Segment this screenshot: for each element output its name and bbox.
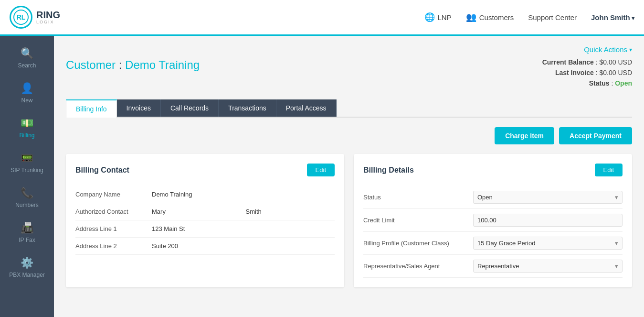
user-name[interactable]: John Smith	[591, 13, 634, 22]
tab-portal-access[interactable]: Portal Access	[276, 99, 337, 117]
address1-label: Address Line 1	[75, 225, 147, 232]
sidebar-item-label: Numbers	[15, 202, 39, 208]
support-label: Support Center	[528, 13, 577, 22]
current-balance-label: Current Balance	[542, 58, 594, 66]
customer-title-area: Customer : Demo Training	[66, 58, 200, 72]
top-nav: RL RING LOGIX 🌐 LNP 👥 Customers Support …	[0, 0, 644, 36]
credit-limit-label: Credit Limit	[363, 217, 468, 224]
rep-agent-row: Representative/Sales Agent Representativ…	[363, 255, 623, 278]
numbers-icon: 📞	[21, 187, 33, 199]
logo-icon: RL	[10, 6, 32, 29]
billing-contact-header: Billing Contact Edit	[75, 164, 335, 176]
billing-details-title: Billing Details	[363, 166, 414, 175]
billing-contact-card: Billing Contact Edit Company Name Demo T…	[66, 154, 344, 287]
cards-row: Billing Contact Edit Company Name Demo T…	[66, 154, 632, 287]
rep-agent-label: Representative/Sales Agent	[363, 262, 468, 270]
sidebar-item-label: Search	[18, 62, 36, 69]
sidebar-item-label: PBX Manager	[9, 272, 45, 278]
credit-limit-input[interactable]: 100.00	[473, 214, 623, 227]
charge-item-button[interactable]: Charge Item	[495, 127, 554, 144]
customer-header: Customer : Demo Training Current Balance…	[66, 58, 632, 90]
fax-icon: 📠	[21, 222, 33, 234]
authorized-contact-last: Smith	[246, 208, 335, 215]
logo-text: RING	[36, 10, 60, 20]
search-icon: 🔍	[21, 47, 33, 60]
current-balance-row: Current Balance : $0.00 USD	[542, 58, 632, 66]
billing-profile-select[interactable]: 15 Day Grace Period	[473, 237, 623, 250]
rep-agent-select[interactable]: Representative	[473, 260, 623, 273]
nav-links: 🌐 LNP 👥 Customers Support Center John Sm…	[424, 12, 634, 22]
credit-limit-row: Credit Limit 100.00	[363, 209, 623, 232]
pbx-icon: ⚙️	[21, 257, 33, 269]
authorized-contact-first: Mary	[152, 208, 241, 215]
rep-agent-value: Representative	[477, 262, 519, 270]
sidebar-item-new[interactable]: 👤 New	[0, 76, 54, 110]
status-label: Status	[589, 79, 610, 87]
logo: RL RING LOGIX	[10, 6, 60, 29]
title-prefix: Customer	[66, 58, 116, 71]
tab-transactions[interactable]: Transactions	[219, 99, 276, 117]
address2-value: Suite 200	[152, 242, 335, 250]
authorized-contact-row: Authorized Contact Mary Smith	[75, 203, 335, 220]
quick-actions-bar: Quick Actions	[66, 45, 632, 54]
sip-icon: 📟	[21, 152, 33, 164]
last-invoice-label: Last Invoice	[555, 69, 594, 77]
tab-call-records[interactable]: Call Records	[161, 99, 219, 117]
quick-actions-button[interactable]: Quick Actions	[584, 45, 632, 54]
current-balance-value: $0.00 USD	[600, 58, 632, 66]
customer-name: Demo Training	[125, 58, 200, 71]
customer-title: Customer : Demo Training	[66, 58, 200, 72]
sidebar-item-pbx-manager[interactable]: ⚙️ PBX Manager	[0, 250, 54, 285]
customers-label: Customers	[479, 13, 514, 22]
address1-row: Address Line 1 123 Main St	[75, 220, 335, 238]
lnp-link[interactable]: 🌐 LNP	[424, 12, 452, 22]
address1-value: 123 Main St	[152, 225, 335, 232]
sidebar: 🔍 Search 👤 New 💵 Billing 📟 SIP Trunking …	[0, 36, 54, 317]
billing-icon: 💵	[21, 117, 33, 130]
tab-billing-info[interactable]: Billing Info	[66, 99, 117, 118]
last-invoice-row: Last Invoice : $0.00 USD	[542, 69, 632, 77]
status-value: Open	[615, 79, 632, 87]
sidebar-item-label: SIP Trunking	[11, 167, 43, 174]
lnp-icon: 🌐	[424, 12, 435, 22]
main-content: Quick Actions Customer : Demo Training C…	[54, 36, 644, 317]
customers-link[interactable]: 👥 Customers	[466, 12, 514, 22]
billing-details-edit-button[interactable]: Edit	[595, 164, 623, 176]
tabs: Billing Info Invoices Call Records Trans…	[66, 99, 632, 118]
company-name-value: Demo Training	[152, 191, 335, 198]
sidebar-item-billing[interactable]: 💵 Billing	[0, 110, 54, 145]
billing-profile-value: 15 Day Grace Period	[477, 240, 535, 247]
tab-invoices[interactable]: Invoices	[117, 99, 161, 117]
address2-row: Address Line 2 Suite 200	[75, 238, 335, 255]
billing-profile-label: Billing Profile (Customer Class)	[363, 240, 468, 247]
billing-contact-title: Billing Contact	[75, 166, 129, 175]
sidebar-item-label: Billing	[19, 132, 34, 139]
status-field-row: Status Open	[363, 186, 623, 209]
sidebar-item-numbers[interactable]: 📞 Numbers	[0, 180, 54, 215]
sidebar-item-search[interactable]: 🔍 Search	[0, 41, 54, 76]
company-name-label: Company Name	[75, 191, 147, 198]
billing-details-card: Billing Details Edit Status Open Credit …	[354, 154, 632, 287]
address2-label: Address Line 2	[75, 242, 147, 250]
sidebar-item-label: IP Fax	[19, 237, 35, 243]
billing-contact-edit-button[interactable]: Edit	[307, 164, 335, 176]
lnp-label: LNP	[438, 13, 452, 22]
sidebar-item-ip-fax[interactable]: 📠 IP Fax	[0, 215, 54, 250]
sidebar-item-sip-trunking[interactable]: 📟 SIP Trunking	[0, 145, 54, 180]
action-buttons: Charge Item Accept Payment	[66, 127, 632, 144]
authorized-contact-label: Authorized Contact	[75, 208, 147, 215]
status-field-label: Status	[363, 194, 468, 201]
status-select-value: Open	[477, 194, 493, 201]
billing-details-header: Billing Details Edit	[363, 164, 623, 176]
last-invoice-value: $0.00 USD	[600, 69, 632, 77]
company-name-row: Company Name Demo Training	[75, 186, 335, 203]
customer-info: Current Balance : $0.00 USD Last Invoice…	[542, 58, 632, 90]
status-select[interactable]: Open	[473, 191, 623, 204]
billing-profile-row: Billing Profile (Customer Class) 15 Day …	[363, 232, 623, 255]
new-icon: 👤	[21, 82, 33, 95]
accept-payment-button[interactable]: Accept Payment	[559, 127, 632, 144]
status-row: Status : Open	[542, 79, 632, 87]
sidebar-item-label: New	[21, 97, 32, 104]
support-link[interactable]: Support Center	[528, 13, 577, 22]
authorized-contact-values: Mary Smith	[152, 208, 335, 215]
